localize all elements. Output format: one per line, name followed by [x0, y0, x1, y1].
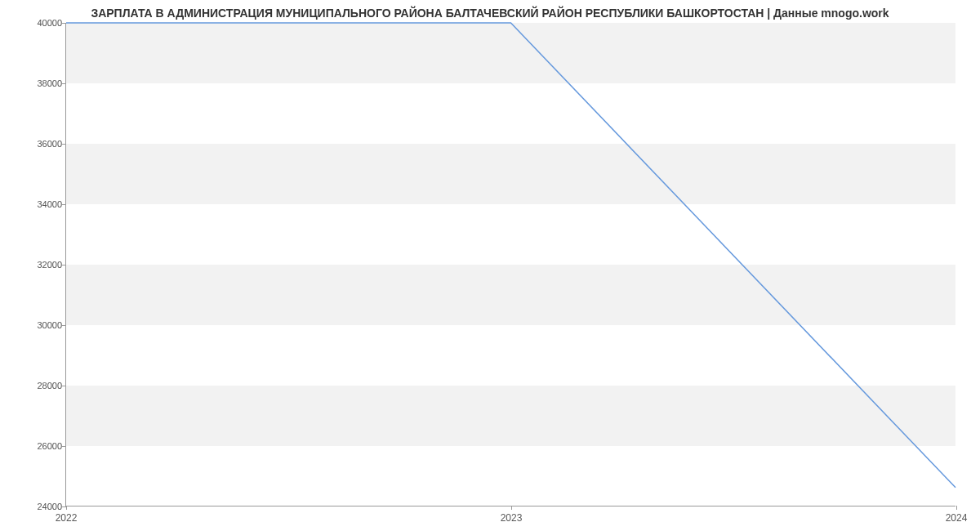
y-tick-label: 28000	[29, 381, 62, 390]
y-tick-label: 26000	[29, 441, 62, 451]
x-tick-label: 2024	[946, 512, 968, 524]
y-tick-mark	[62, 446, 66, 447]
y-tick-label: 32000	[29, 260, 62, 270]
x-tick-label: 2023	[501, 512, 523, 524]
data-line	[66, 23, 956, 488]
y-tick-label: 36000	[29, 139, 62, 149]
y-tick-label: 38000	[29, 78, 62, 88]
x-tick-mark	[66, 506, 67, 510]
x-tick-mark	[511, 506, 512, 510]
plot-area: 2400026000280003000032000340003600038000…	[65, 23, 956, 506]
y-tick-label: 24000	[29, 502, 62, 511]
y-tick-label: 30000	[29, 320, 62, 330]
y-tick-mark	[62, 386, 66, 386]
chart-title: ЗАРПЛАТА В АДМИНИСТРАЦИЯ МУНИЦИПАЛЬНОГО …	[0, 0, 980, 20]
line-path-svg	[66, 23, 956, 506]
x-tick-mark	[956, 506, 957, 510]
y-tick-mark	[62, 204, 66, 205]
y-tick-label: 40000	[29, 18, 62, 28]
y-tick-mark	[62, 325, 66, 326]
y-tick-mark	[62, 144, 66, 145]
chart-container: ЗАРПЛАТА В АДМИНИСТРАЦИЯ МУНИЦИПАЛЬНОГО …	[0, 0, 980, 531]
y-tick-mark	[62, 83, 66, 84]
x-tick-label: 2022	[56, 512, 78, 524]
y-tick-mark	[62, 23, 66, 24]
y-tick-label: 34000	[29, 199, 62, 209]
y-tick-mark	[62, 265, 66, 266]
